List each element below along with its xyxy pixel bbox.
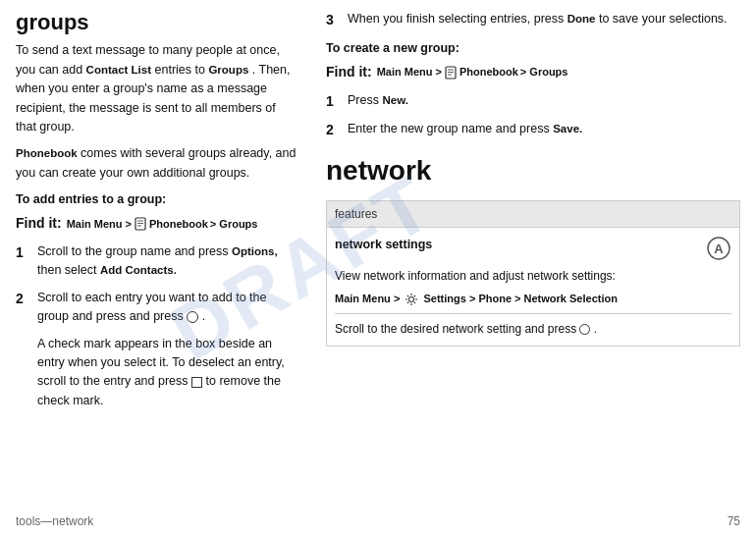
features-box: features network settings A View network… bbox=[326, 200, 740, 348]
network-desc: View network information and adjust netw… bbox=[335, 267, 731, 285]
step2-and-press: and press bbox=[130, 309, 187, 323]
checkbox-button bbox=[191, 377, 202, 388]
step2-num-left: 2 bbox=[16, 289, 29, 327]
intro-text-2: entries to bbox=[155, 63, 209, 77]
network-heading: network bbox=[326, 149, 740, 191]
done-word: Done bbox=[567, 13, 596, 25]
find-it-label-left: Find it: bbox=[16, 213, 62, 235]
step1-then: then select bbox=[37, 263, 96, 277]
network-selection-word: Network Selection bbox=[524, 293, 618, 304]
features-divider bbox=[335, 313, 731, 314]
network-menu-path: Main Menu > Settings > Phone > Network S… bbox=[335, 291, 731, 307]
network-settings-row: network settings A bbox=[335, 236, 731, 261]
find-it-path-right: Main Menu > bbox=[377, 64, 442, 80]
bullet-button-network bbox=[579, 324, 590, 335]
phonebook-word: Phonebook bbox=[16, 147, 78, 159]
page-number: 75 bbox=[728, 514, 740, 528]
step3-content-right: When you finish selecting entries, press… bbox=[348, 10, 740, 31]
step2-left: 2 Scroll to each entry you want to add t… bbox=[16, 289, 298, 327]
find-it-phonebook-right: Phonebook bbox=[459, 64, 518, 80]
step1-num-left: 1 bbox=[16, 242, 29, 281]
phonebook-icon-right bbox=[444, 66, 458, 80]
step1-num-right: 1 bbox=[326, 91, 340, 113]
options-word: Options, bbox=[232, 245, 278, 257]
step1-left: 1 Scroll to the group name and press Opt… bbox=[16, 242, 298, 281]
step2-subtext-content: A check mark appears in the box beside a… bbox=[37, 337, 285, 407]
svg-text:A: A bbox=[714, 241, 724, 256]
network-a-icon: A bbox=[706, 236, 731, 261]
step1-content-right: Press New. bbox=[348, 91, 740, 113]
step2-content-left: Scroll to each entry you want to add to … bbox=[37, 289, 298, 327]
svg-point-10 bbox=[409, 297, 414, 302]
step2-content-right: Enter the new group name and press Save. bbox=[348, 120, 740, 141]
step3-num-right: 3 bbox=[326, 10, 340, 31]
intro-paragraph: To send a text message to many people at… bbox=[16, 41, 298, 136]
step3-right: 3 When you finish selecting entries, pre… bbox=[326, 10, 740, 31]
add-entries-heading: To add entries to a group: bbox=[16, 190, 298, 209]
find-it-phonebook-left: Phonebook bbox=[149, 216, 208, 233]
new-word: New. bbox=[382, 94, 407, 106]
features-header: features bbox=[327, 201, 739, 229]
phonebook-icon-left bbox=[134, 217, 147, 231]
find-it-path-left: Main Menu > bbox=[67, 216, 132, 233]
step1-right: 1 Press New. bbox=[326, 91, 740, 113]
right-column: 3 When you finish selecting entries, pre… bbox=[314, 0, 756, 536]
find-it-label-right: Find it: bbox=[326, 62, 372, 83]
phonebook-paragraph: Phonebook comes with several groups alre… bbox=[16, 144, 298, 183]
step2-subtext: A check mark appears in the box beside a… bbox=[37, 335, 298, 411]
svg-rect-0 bbox=[135, 218, 145, 230]
bullet-button-left bbox=[187, 311, 198, 323]
step2-right: 2 Enter the new group name and press Sav… bbox=[326, 120, 740, 141]
network-settings-label: network settings bbox=[335, 236, 432, 254]
new-group-heading: To create a new group: bbox=[326, 39, 740, 58]
footer-label: tools—network bbox=[16, 514, 93, 528]
find-it-groups-left: > Groups bbox=[210, 216, 258, 233]
find-it-line-right: Find it: Main Menu > Phonebook > Groups bbox=[326, 62, 740, 83]
svg-rect-4 bbox=[446, 67, 456, 79]
step2-num-right: 2 bbox=[326, 120, 340, 141]
network-scroll-text: Scroll to the desired network setting an… bbox=[335, 320, 731, 338]
add-contacts-word: Add Contacts. bbox=[100, 264, 177, 276]
groups-word: Groups bbox=[208, 64, 248, 76]
find-it-line-left: Find it: Main Menu > Phonebook > Groups bbox=[16, 213, 298, 235]
save-word: Save. bbox=[553, 123, 582, 134]
left-column: groups To send a text message to many pe… bbox=[0, 0, 314, 536]
step1-content-left: Scroll to the group name and press Optio… bbox=[37, 242, 298, 281]
settings-icon bbox=[405, 293, 418, 306]
groups-heading: groups bbox=[16, 10, 298, 35]
contact-list-word: Contact List bbox=[86, 64, 151, 76]
features-content: network settings A View network informat… bbox=[327, 228, 739, 346]
find-it-groups-right: > Groups bbox=[520, 64, 568, 80]
